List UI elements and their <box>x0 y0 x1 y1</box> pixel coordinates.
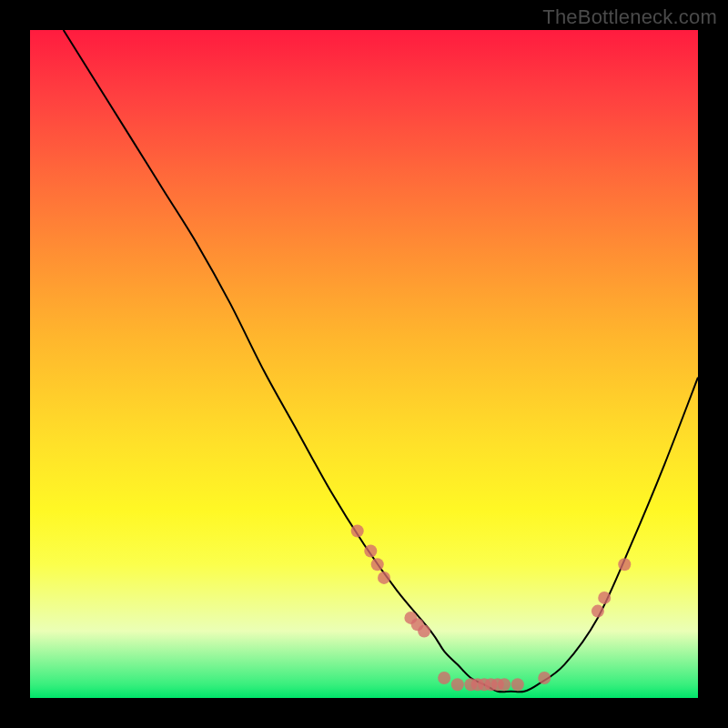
data-point-p15 <box>498 678 511 691</box>
chart-area <box>30 30 698 698</box>
data-point-p19 <box>598 592 611 604</box>
data-point-p7 <box>418 625 430 638</box>
data-points-group <box>351 525 632 692</box>
data-point-p8 <box>438 672 450 684</box>
data-point-p17 <box>538 672 551 684</box>
data-point-p20 <box>618 558 631 571</box>
data-point-p9 <box>451 678 464 691</box>
watermark-label: TheBottleneck.com <box>542 5 717 29</box>
data-point-p2 <box>364 545 377 558</box>
data-point-p18 <box>592 605 604 618</box>
chart-svg <box>30 30 698 698</box>
data-point-p16 <box>511 678 524 691</box>
data-point-p4 <box>378 571 390 584</box>
data-point-p3 <box>371 558 384 571</box>
data-point-p1 <box>351 525 364 538</box>
